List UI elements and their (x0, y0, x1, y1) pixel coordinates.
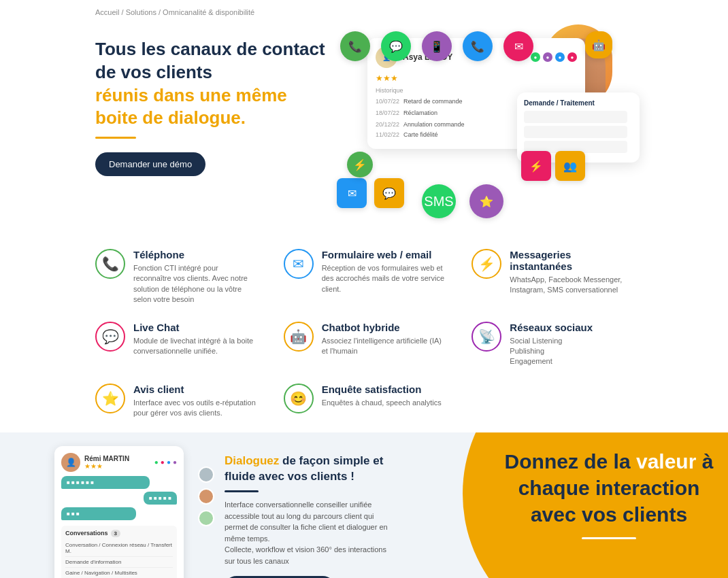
lower-avatar: 👤 (61, 453, 80, 472)
lower-username: Rémi MARTIN (84, 455, 129, 462)
bottom-section: 👤 Rémi MARTIN ★★★ ● ● ● ● (0, 432, 728, 578)
golden-underline (582, 537, 636, 539)
social-bottom-icon: ⭐ (469, 184, 503, 218)
chatbot-icon: 🤖 (284, 322, 314, 352)
golden-text-part1: Donnez de la (505, 450, 636, 473)
whatsapp-float-icon: 💬 (381, 31, 411, 61)
green-bottom-icon: ⚡ (347, 152, 373, 177)
conversations-section: Conversations 3 Conversation / Connexion… (61, 526, 177, 578)
feature-chatbot-content: Chatbot hybride Associez l'intelligence … (322, 322, 445, 357)
messenger-float-icon: 📱 (422, 31, 452, 61)
feature-reseaux: 📡 Réseaux sociaux Social Listening Publi… (471, 322, 633, 367)
conv-row-2: Demande d'information (65, 557, 173, 568)
hero-underline (95, 137, 136, 139)
feature-avis-title: Avis client (133, 384, 257, 395)
feature-avis: ⭐ Avis client Interface avec vos outils … (95, 384, 257, 419)
sms-bottom-icon: SMS (422, 184, 456, 218)
card-channel-icons: ● ● ● ● (531, 52, 577, 62)
feature-livechat-content: Live Chat Module de livechat intégré à l… (133, 322, 257, 357)
feature-formulaire-title: Formulaire web / email (322, 249, 445, 260)
flash-bottom-icon: ⚡ (521, 151, 551, 181)
feature-enquete-title: Enquête satisfaction (322, 384, 442, 395)
hero-title-line1: Tous les canaux de contact de vos client… (95, 39, 325, 82)
chat-bottom-icon: 💬 (374, 178, 404, 208)
feature-avis-desc: Interface avec vos outils e-réputation p… (133, 398, 257, 419)
feature-livechat: 💬 Live Chat Module de livechat intégré à… (95, 322, 257, 367)
breadcrumb-current: Omnicanalité & disponibilité (163, 8, 254, 16)
phone-icon: ● (555, 52, 565, 62)
bubble-2-wrap: ■ ■ ■ ■ ■ (61, 492, 177, 505)
hero-left: Tous les canaux de contact de vos client… (95, 31, 327, 176)
users-bottom-icon: 👥 (555, 151, 585, 181)
bot-float-icon: 🤖 (585, 31, 612, 58)
feature-chatbot-title: Chatbot hybride (322, 322, 445, 333)
side-avatars (198, 466, 214, 526)
lower-channel-icons: ● ● ● ● (154, 458, 177, 466)
enquete-icon: 😊 (284, 384, 314, 413)
user-stars: ★★★ (376, 73, 577, 83)
hero-title: Tous les canaux de contact de vos client… (95, 38, 327, 130)
side-avatar-2 (198, 488, 214, 505)
form-card-title: Demande / Traitement (524, 99, 633, 107)
feature-livechat-title: Live Chat (133, 322, 257, 333)
lower-card-header: 👤 Rémi MARTIN ★★★ ● ● ● ● (61, 453, 177, 472)
reseaux-icon: 📡 (471, 322, 501, 352)
feature-formulaire-desc: Réception de vos formulaires web et des … (322, 263, 445, 294)
feature-reseaux-content: Réseaux sociaux Social Listening Publish… (510, 322, 593, 367)
feature-telephone-desc: Fonction CTI intégré pour reconnaître vo… (133, 263, 257, 305)
conv-row-1: Conversation / Connexion réseau / Transf… (65, 540, 173, 557)
breadcrumb-solutions[interactable]: Solutions (126, 8, 156, 16)
golden-circle-text: Donnez de la valeur à chaque interaction… (463, 432, 728, 573)
messageries-icon: ⚡ (471, 249, 501, 279)
features-grid: 📞 Téléphone Fonction CTI intégré pour re… (95, 249, 633, 419)
feature-enquete: 😊 Enquête satisfaction Enquêtes à chaud,… (284, 384, 445, 419)
conv-row-3: Gaine / Navigation / Multisites (65, 568, 173, 578)
golden-circle-heading: Donnez de la valeur à chaque interaction… (497, 448, 721, 528)
lower-heading: Dialoguez de façon simple et fluide avec… (225, 453, 395, 486)
hero-cta-button[interactable]: Demander une démo (95, 152, 205, 176)
hero-right: 📞 💬 📱 📞 ✉ 🤖 👤 Asya LEROY ● ● ● ● (327, 31, 633, 222)
feature-chatbot-desc: Associez l'intelligence artificielle (IA… (322, 336, 445, 357)
lower-user-info: Rémi MARTIN ★★★ (84, 455, 129, 470)
feature-telephone-content: Téléphone Fonction CTI intégré pour reco… (133, 249, 257, 305)
breadcrumb-home[interactable]: Accueil (95, 8, 119, 16)
feature-reseaux-title: Réseaux sociaux (510, 322, 593, 333)
breadcrumb: Accueil / Solutions / Omnicanalité & dis… (0, 0, 728, 24)
hero-title-orange: réunis dans une même boite de dialogue. (95, 85, 287, 129)
lower-whatsapp-icon: ● (154, 458, 159, 466)
form-field-sous-motif (524, 126, 627, 138)
feature-messageries-content: Messageries instantanées WhatsApp, Faceb… (510, 249, 633, 296)
form-field-motif (524, 111, 627, 123)
feature-formulaire-content: Formulaire web / email Réception de vos … (322, 249, 445, 294)
feature-messageries-title: Messageries instantanées (510, 249, 633, 272)
avis-icon: ⭐ (95, 384, 125, 413)
golden-circle: Donnez de la valeur à chaque interaction… (463, 432, 728, 578)
lower-description: Interface conversationnelle conseiller u… (225, 499, 395, 566)
lower-left-content: 👤 Rémi MARTIN ★★★ ● ● ● ● (0, 432, 449, 578)
feature-chatbot: 🤖 Chatbot hybride Associez l'intelligenc… (284, 322, 445, 367)
side-avatar-1 (198, 466, 214, 483)
feature-reseaux-desc: Social Listening Publishing Engagement (510, 336, 593, 367)
feature-telephone: 📞 Téléphone Fonction CTI intégré pour re… (95, 249, 257, 305)
bubble-3: ■ ■ ■ (61, 507, 136, 520)
email-bottom-icon: ✉ (337, 178, 367, 208)
telephone-icon: 📞 (95, 249, 125, 279)
feature-messageries-desc: WhatsApp, Facebook Messenger, Instagram,… (510, 275, 633, 296)
whatsapp-icon: ● (531, 52, 540, 62)
mail-icon: ● (567, 52, 577, 62)
msg-icon: ● (543, 52, 552, 62)
formulaire-icon: ✉ (284, 249, 314, 279)
hero-section: Tous les canaux de contact de vos client… (0, 24, 728, 235)
call-float-icon: 📞 (463, 31, 493, 61)
feature-messageries: ⚡ Messageries instantanées WhatsApp, Fac… (471, 249, 633, 305)
lower-mockup-area: 👤 Rémi MARTIN ★★★ ● ● ● ● (54, 446, 204, 578)
lower-msg-icon: ● (161, 458, 165, 466)
golden-circle-container: Donnez de la valeur à chaque interaction… (463, 432, 728, 578)
chat-bubbles: ■ ■ ■ ■ ■ ■ ■ ■ ■ ■ ■ ■ ■ ■ (61, 476, 177, 520)
feature-telephone-title: Téléphone (133, 249, 257, 260)
feature-avis-content: Avis client Interface avec vos outils e-… (133, 384, 257, 419)
lower-phone-icon: ● (167, 458, 171, 466)
feature-enquete-content: Enquête satisfaction Enquêtes à chaud, s… (322, 384, 442, 408)
features-section: 📞 Téléphone Fonction CTI intégré pour re… (0, 235, 728, 432)
feature-livechat-desc: Module de livechat intégré à la boite co… (133, 336, 257, 357)
